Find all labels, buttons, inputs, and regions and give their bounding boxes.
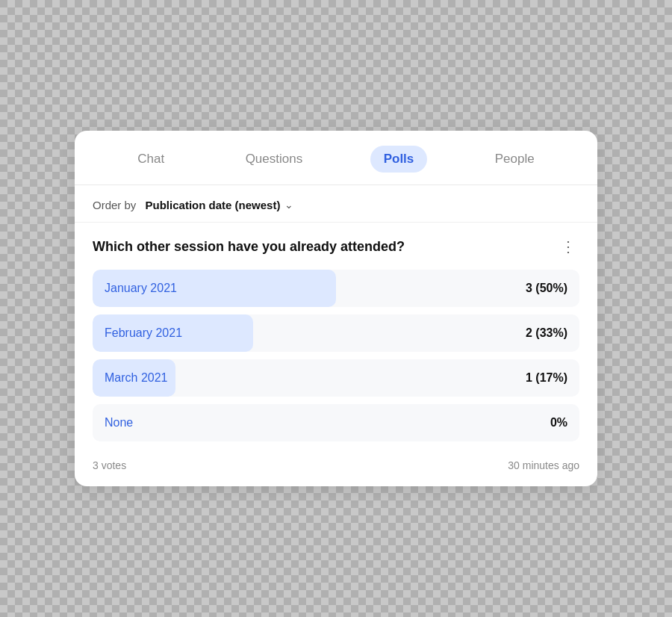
poll-option-label-mar2021: March 2021 [105, 371, 168, 385]
poll-timestamp: 30 minutes ago [508, 459, 579, 471]
order-by-label: Order by [93, 199, 136, 211]
order-by-row: Order by Publication date (newest) ⌄ [75, 185, 597, 223]
poll-option-count-feb2021: 2 (33%) [526, 326, 567, 340]
tab-bar: Chat Questions Polls People [75, 131, 597, 185]
poll-option-label-jan2021: January 2021 [105, 282, 177, 295]
order-by-selection[interactable]: Publication date (newest) [146, 199, 281, 211]
tab-questions[interactable]: Questions [232, 146, 317, 173]
poll-question-row: Which other session have you already att… [93, 238, 579, 256]
poll-option-label-none: None [105, 416, 133, 430]
poll-option-mar2021[interactable]: March 2021 1 (17%) [93, 359, 579, 397]
tab-polls[interactable]: Polls [370, 146, 428, 173]
poll-option-count-jan2021: 3 (50%) [526, 282, 567, 295]
tab-chat[interactable]: Chat [124, 146, 178, 173]
poll-option-none[interactable]: None 0% [93, 404, 579, 441]
poll-option-label-feb2021: February 2021 [105, 326, 182, 340]
poll-question-text: Which other session have you already att… [93, 238, 558, 256]
tab-people[interactable]: People [482, 146, 548, 173]
poll-option-feb2021[interactable]: February 2021 2 (33%) [93, 314, 579, 352]
poll-option-jan2021[interactable]: January 2021 3 (50%) [93, 270, 579, 307]
poll-options-list: January 2021 3 (50%) February 2021 2 (33… [93, 270, 579, 441]
poll-option-count-none: 0% [550, 416, 567, 430]
order-by-value [139, 199, 142, 211]
votes-count: 3 votes [93, 459, 126, 471]
chevron-down-icon[interactable]: ⌄ [284, 199, 293, 211]
poll-card: Chat Questions Polls People Order by Pub… [75, 131, 597, 486]
poll-section: Which other session have you already att… [75, 223, 597, 449]
poll-footer: 3 votes 30 minutes ago [75, 449, 597, 486]
poll-option-count-mar2021: 1 (17%) [526, 371, 567, 385]
more-options-icon[interactable]: ⋮ [558, 238, 579, 255]
